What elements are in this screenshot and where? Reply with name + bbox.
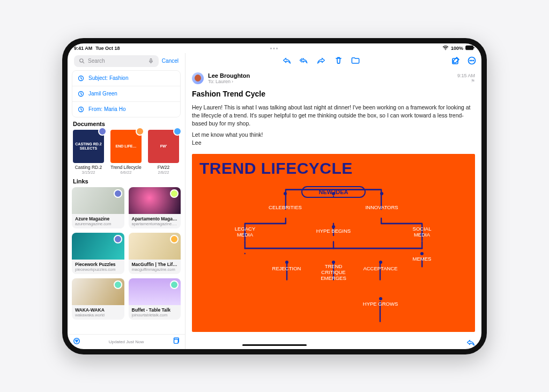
link-item[interactable]: Piecework Puzzles pieceworkpuzzles.com: [72, 233, 124, 274]
link-url: wakawaka.world: [75, 313, 121, 317]
avatar-badge: [98, 127, 107, 136]
avatar-badge: [170, 280, 179, 289]
doc-thumb-label: CASTING RD.2 SELECTS: [75, 142, 102, 150]
link-title: Azure Magazine: [75, 216, 121, 221]
recent-icon: [77, 90, 85, 98]
more-icon[interactable]: [468, 56, 476, 65]
multitask-dots-icon[interactable]: •••: [270, 46, 279, 51]
status-time: 9:41 AM: [74, 46, 92, 51]
node-social-media: SOCIAL MEDIA: [413, 226, 432, 238]
link-preview: [129, 278, 181, 305]
link-title: WAKA-WAKA: [75, 307, 121, 313]
home-indicator[interactable]: [242, 344, 307, 346]
battery-percent: 100%: [451, 46, 463, 51]
move-folder-icon[interactable]: [351, 56, 360, 65]
doc-thumb-label: END LIFE…: [116, 144, 137, 149]
mail-toolbar: [186, 53, 481, 68]
suggestion-person[interactable]: Jamil Green: [72, 86, 180, 101]
document-item[interactable]: END LIFE… Trend Lifecycle 6/6/22: [109, 130, 143, 175]
link-title: Apartamento Maga…: [132, 216, 178, 221]
filter-button[interactable]: [73, 337, 80, 346]
flag-icon[interactable]: ⚑: [457, 78, 475, 84]
svg-rect-0: [466, 46, 473, 49]
sender-name[interactable]: Lee Broughton: [208, 72, 250, 79]
node-hype-begins: HYPE BEGINS: [316, 228, 351, 234]
link-preview: [72, 187, 124, 214]
link-item[interactable]: MacGuffin | The Lif… macguffinmagazine.c…: [129, 233, 181, 274]
svg-rect-1: [473, 47, 474, 48]
sync-status: Updated Just Now: [109, 339, 144, 344]
search-suggestions: Subject: Fashion Jamil Green From: Maria…: [72, 70, 181, 117]
mic-icon[interactable]: [147, 57, 155, 65]
documents-header: Documents: [73, 121, 180, 127]
recipient-line[interactable]: To: Lauren ›: [208, 79, 250, 84]
node-memes: MEMES: [413, 256, 432, 262]
avatar-badge: [114, 280, 122, 289]
attachment-infographic[interactable]: TREND LIFECYCLE NEW IDEA: [192, 154, 475, 332]
reply-icon[interactable]: [283, 56, 291, 65]
flowchart: NEW IDEA: [199, 182, 468, 332]
node-rejection: REJECTION: [272, 265, 301, 271]
recent-icon: [77, 74, 85, 83]
node-hype-grows: HYPE GROWS: [363, 301, 398, 307]
node-critique: TREND CRITIQUE EMERGES: [321, 263, 346, 281]
svg-point-11: [470, 60, 470, 61]
link-url: azuremagazine.com: [75, 221, 121, 226]
link-preview: [129, 233, 181, 260]
search-icon: [77, 57, 86, 65]
cancel-button[interactable]: Cancel: [162, 58, 179, 64]
document-date: 3/15/22: [72, 170, 105, 175]
link-item[interactable]: Azure Magazine azuremagazine.com: [72, 187, 124, 228]
forward-icon[interactable]: [317, 56, 325, 65]
search-input[interactable]: Search: [74, 55, 159, 67]
mailboxes-button[interactable]: [172, 337, 180, 346]
links-header: Links: [73, 178, 180, 184]
status-bar: 9:41 AM Tue Oct 18 ••• 100%: [68, 43, 481, 53]
links-grid: Azure Magazine azuremagazine.com Apartam…: [72, 187, 181, 320]
message-time: 9:15 AM: [457, 73, 475, 78]
svg-point-12: [471, 60, 472, 61]
avatar-badge: [170, 235, 179, 243]
chevron-right-icon: ›: [232, 79, 233, 84]
message-body-p1: Hey Lauren! This is what I was talking a…: [192, 103, 475, 128]
documents-row: CASTING RD.2 SELECTS Casting RD.2 3/15/2…: [72, 130, 181, 175]
sender-avatar[interactable]: [192, 72, 204, 84]
link-preview: [129, 187, 181, 214]
message-footer: [186, 336, 481, 349]
document-date: 6/6/22: [109, 170, 143, 175]
avatar-badge: [170, 189, 179, 198]
suggestion-from[interactable]: From: Maria Ho: [72, 101, 180, 117]
document-title: Casting RD.2: [72, 165, 105, 170]
doc-thumb-label: FW': [160, 144, 167, 149]
screen: 9:41 AM Tue Oct 18 ••• 100% Search: [68, 43, 481, 349]
trash-icon[interactable]: [334, 56, 343, 65]
svg-rect-8: [174, 339, 179, 344]
search-sidebar: Search Cancel Subject: Fashion Jamil Gre: [68, 53, 186, 349]
link-preview: [72, 233, 124, 260]
node-legacy-media: LEGACY MEDIA: [235, 226, 256, 238]
battery-icon: [465, 45, 475, 51]
mail-pane: Lee Broughton To: Lauren › 9:15 AM ⚑: [186, 53, 481, 349]
reply-footer-icon[interactable]: [466, 338, 475, 347]
document-title: FW22: [147, 165, 180, 170]
document-item[interactable]: CASTING RD.2 SELECTS Casting RD.2 3/15/2…: [72, 130, 105, 175]
attachment-title: TREND LIFECYCLE: [199, 159, 468, 177]
link-item[interactable]: Buffet - Table Talk joinourtabletalk.com: [129, 278, 181, 320]
recent-icon: [77, 105, 85, 114]
suggestion-label: Subject: Fashion: [88, 75, 129, 81]
reply-all-icon[interactable]: [300, 56, 308, 65]
svg-point-13: [473, 60, 473, 61]
message-header: Lee Broughton To: Lauren › 9:15 AM ⚑: [192, 72, 475, 84]
search-placeholder: Search: [88, 58, 145, 64]
avatar-badge: [136, 127, 144, 136]
link-item[interactable]: WAKA-WAKA wakawaka.world: [72, 278, 124, 320]
document-item[interactable]: FW' FW22 2/8/22: [147, 130, 180, 175]
link-title: Buffet - Table Talk: [132, 307, 178, 313]
message-body-p2: Let me know what you think! Lee: [192, 131, 475, 147]
compose-icon[interactable]: [451, 56, 460, 65]
link-url: apartamentomagazine.c…: [132, 221, 178, 226]
link-item[interactable]: Apartamento Maga… apartamentomagazine.c…: [129, 187, 181, 228]
node-acceptance: ACCEPTANCE: [363, 265, 397, 271]
document-title: Trend Lifecycle: [109, 165, 143, 170]
suggestion-subject[interactable]: Subject: Fashion: [72, 71, 180, 86]
